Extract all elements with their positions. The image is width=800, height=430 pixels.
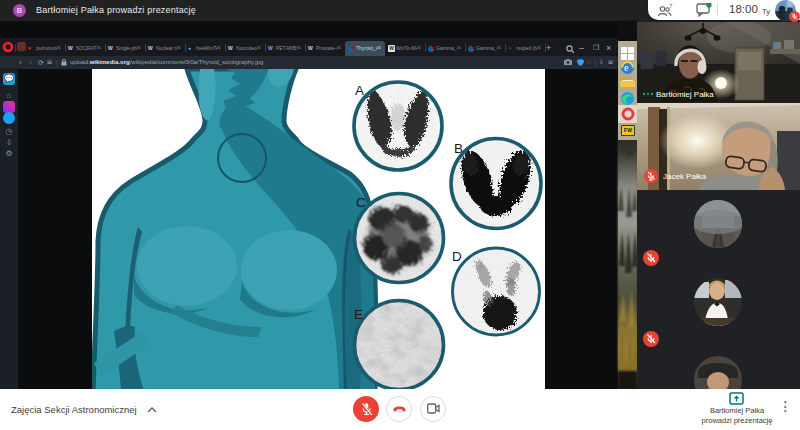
svg-text:A: A [355,83,364,98]
svg-text:7: 7 [669,3,673,9]
svg-text:B: B [454,141,463,156]
svg-text:Bartłomiej Pałka: Bartłomiej Pałka [656,90,714,99]
svg-text:E: E [354,307,363,322]
svg-text:e: e [624,62,629,73]
svg-text:Jacek Pałka: Jacek Pałka [663,172,707,181]
svg-text:D: D [452,249,462,264]
svg-text:C: C [356,195,366,210]
